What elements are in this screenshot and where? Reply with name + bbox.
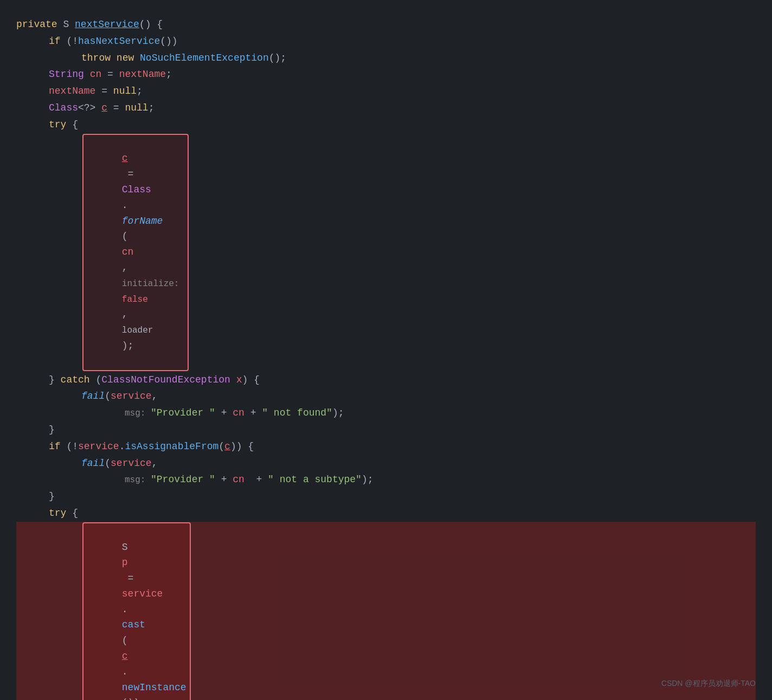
var-cn3: cn [233,405,245,421]
type-String: String [49,67,84,82]
method-fail1: fail [81,388,105,404]
code-line-10: fail ( service , [16,388,756,405]
hint-false: false [122,295,148,304]
code-line-16: } [16,488,756,505]
str-not-subtype2: " not a subtype" [268,472,362,488]
code-line-6: Class <?> c = null ; [16,100,756,116]
code-line-15: msg: "Provider " + cn + " not a subtype"… [16,471,756,488]
code-block: private S nextService () { if (! hasNext… [16,11,756,700]
var-cn: cn [90,67,102,82]
str-not-found: "Provider " [151,405,215,421]
var-p: p [122,557,128,568]
var-x1: x [236,372,242,388]
method-hasNextService: hasNextService [78,34,160,49]
keyword-private: private [16,17,57,33]
code-line-18: S p = service . cast ( c . newInstance (… [16,522,756,700]
code-line-8: c = Class . forName ( cn , initialize: f… [16,133,756,372]
var-cn4: cn [233,472,245,488]
hint-msg1-label: msg: [125,407,151,421]
var-service3: service [111,456,152,471]
code-line-11: msg: "Provider " + cn + " not found" ); [16,405,756,422]
code-line-7: try { [16,116,756,133]
var-service1: service [111,388,152,404]
method-isAssignableFrom: isAssignableFrom [125,439,218,455]
keyword-if: if [49,34,61,49]
var-c4: c [122,651,128,662]
keyword-throw: throw [81,50,111,66]
str-not-found2: " not found" [262,405,332,421]
highlight-forName: c = Class . forName ( cn , initialize: f… [82,134,189,371]
var-cn2: cn [122,247,134,257]
highlight-cast: S p = service . cast ( c . newInstance (… [82,522,191,700]
class-NoSuchElementException: NoSuchElementException [140,50,269,66]
method-forName: forName [122,216,163,226]
code-line-17: try { [16,505,756,522]
var-c2: c [122,153,128,164]
exception-ClassNotFoundException: ClassNotFoundException [101,372,230,388]
class-Class: Class [122,184,151,195]
var-service4: service [122,588,163,599]
var-nextName: nextName [119,67,166,82]
var-nextName2: nextName [49,83,95,99]
method-cast: cast [122,619,145,630]
keyword-if2: if [49,439,61,455]
hint-msg2-label: msg: [125,474,151,488]
code-line-13: if (! service . isAssignableFrom ( c )) … [16,438,756,455]
code-line-9: } catch ( ClassNotFoundException x ) { [16,372,756,388]
keyword-new: new [117,50,134,66]
var-service2: service [78,439,119,455]
hint-loader: loader [122,326,153,335]
keyword-catch1: catch [61,372,90,388]
var-c3: c [224,439,230,455]
method-newInstance: newInstance [122,682,186,693]
keyword-try1: try [49,117,66,133]
method-nextService: nextService [75,17,139,33]
method-fail2: fail [81,456,105,471]
keyword-try2: try [49,505,66,521]
code-line-14: fail ( service , [16,455,756,472]
keyword-null: null [113,83,137,99]
code-line-12: } [16,422,756,438]
code-line-5: nextName = null ; [16,83,756,100]
code-line-4: String cn = nextName ; [16,66,756,83]
code-line-2: if (! hasNextService ()) [16,33,756,50]
code-line-3: throw new NoSuchElementException (); [16,50,756,67]
type-Class: Class [49,100,78,116]
code-line-1: private S nextService () { [16,16,756,33]
hint-initialize-label: initialize: [122,279,184,289]
keyword-null2: null [125,100,148,116]
str-not-subtype: "Provider " [151,472,215,488]
var-c: c [101,100,107,116]
watermark-text: CSDN @程序员劝退师-TAO [661,677,756,689]
